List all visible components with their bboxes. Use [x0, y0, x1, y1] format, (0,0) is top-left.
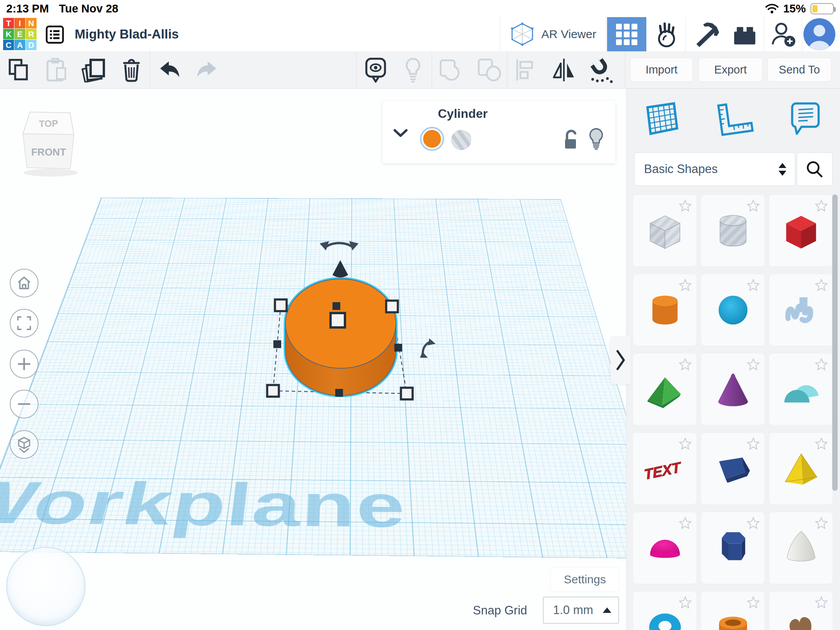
hide-lightbulb-icon[interactable]	[588, 128, 604, 150]
3d-viewport[interactable]: Workplane TOP FRONT	[0, 89, 626, 630]
shape-tile-cylinder[interactable]	[633, 274, 697, 346]
snap-grid-select[interactable]: 1.0 mm	[543, 597, 619, 624]
ruler-tool-icon[interactable]	[715, 101, 754, 138]
duplicate-button[interactable]	[81, 51, 106, 88]
search-shapes-button[interactable]	[797, 152, 833, 186]
color-swatch-selected[interactable]	[422, 128, 443, 149]
paste-button-disabled[interactable]	[44, 51, 68, 88]
grid-view-button-active[interactable]	[607, 17, 646, 51]
shape-tile-box-hole[interactable]	[633, 194, 697, 267]
favorite-star-icon[interactable]	[814, 357, 829, 372]
magnet-snap-button[interactable]	[587, 51, 614, 88]
favorite-star-icon[interactable]	[746, 357, 761, 372]
logo-letter: C	[3, 40, 14, 50]
minecraft-pickaxe-button[interactable]	[688, 17, 725, 51]
favorite-star-icon[interactable]	[814, 199, 829, 214]
notes-tool-icon[interactable]	[790, 101, 821, 137]
wifi-icon	[765, 4, 779, 14]
raise-handle[interactable]	[332, 260, 348, 278]
favorite-star-icon[interactable]	[678, 278, 693, 293]
favorite-star-icon[interactable]	[678, 595, 693, 610]
shape-tile-wedge[interactable]	[701, 432, 765, 505]
ungroup-button-disabled[interactable]	[477, 51, 502, 88]
search-icon	[806, 160, 824, 178]
logo-letter: A	[14, 40, 25, 50]
design-title[interactable]: Mighty Blad-Allis	[75, 17, 179, 51]
shape-tile-paraboloid[interactable]	[769, 512, 833, 584]
import-button[interactable]: Import	[630, 58, 693, 82]
shape-category-select[interactable]: Basic Shapes	[634, 152, 795, 186]
favorite-star-icon[interactable]	[814, 516, 829, 531]
design-properties-icon[interactable]	[45, 25, 65, 44]
shape-tile-box[interactable]	[769, 194, 833, 267]
favorite-star-icon[interactable]	[746, 437, 761, 452]
align-button-disabled[interactable]	[513, 51, 538, 88]
workplane-tool-icon[interactable]	[644, 101, 679, 138]
redo-button-disabled[interactable]	[194, 51, 219, 88]
shape-tile-cylinder-hole[interactable]	[701, 194, 765, 267]
ar-cube-icon	[509, 21, 535, 47]
shape-category-value: Basic Shapes	[635, 162, 779, 176]
rotate-handle-side[interactable]	[420, 338, 436, 358]
collapse-inspector-icon[interactable]	[393, 128, 408, 138]
snap-grid-value: 1.0 mm	[544, 603, 603, 617]
favorite-star-icon[interactable]	[746, 516, 761, 531]
group-button-disabled[interactable]	[439, 51, 464, 88]
logo-letter: T	[3, 18, 14, 28]
lego-brick-button[interactable]	[726, 17, 763, 51]
favorite-star-icon[interactable]	[678, 516, 693, 531]
height-handle[interactable]	[331, 313, 345, 327]
divider	[802, 17, 802, 51]
battery-icon	[810, 3, 834, 14]
favorite-star-icon[interactable]	[746, 278, 761, 293]
divider	[764, 17, 764, 51]
divider	[507, 51, 508, 88]
shape-tile-half-sphere[interactable]	[633, 512, 697, 584]
hand-tool-button[interactable]	[647, 17, 684, 51]
orbit-control[interactable]	[6, 547, 86, 626]
send-to-button[interactable]: Send To	[767, 58, 831, 82]
shape-tile-roof[interactable]	[633, 353, 697, 425]
dropup-arrow-icon	[603, 607, 611, 613]
shape-tile-torus[interactable]	[633, 591, 697, 630]
tinkercad-logo[interactable]: T I N K E R C A D	[3, 18, 37, 51]
shape-tile-text[interactable]: TEXT	[633, 432, 697, 505]
cylinder-object[interactable]	[285, 279, 396, 396]
export-button[interactable]: Export	[698, 58, 763, 82]
shape-tile-polygon[interactable]	[701, 512, 765, 584]
logo-letter: K	[3, 29, 14, 39]
shape-tile-cone[interactable]	[701, 353, 765, 425]
logo-letter: E	[14, 29, 25, 39]
rotate-handle-top[interactable]	[320, 241, 359, 250]
favorite-star-icon[interactable]	[746, 199, 761, 214]
add-collaborator-button[interactable]	[765, 17, 802, 51]
favorite-star-icon[interactable]	[814, 595, 829, 610]
unlock-icon[interactable]	[562, 129, 580, 151]
favorite-star-icon[interactable]	[746, 595, 761, 610]
logo-letter: I	[14, 18, 25, 28]
shape-tile-heart[interactable]	[769, 591, 833, 630]
undo-button[interactable]	[157, 51, 182, 88]
shape-tile-pyramid[interactable]	[769, 432, 833, 505]
status-date: Tue Nov 28	[59, 2, 119, 15]
copy-button[interactable]	[7, 51, 31, 88]
collapse-panel-tab[interactable]	[611, 336, 631, 384]
mirror-button[interactable]	[551, 51, 577, 88]
light-mode-button-disabled[interactable]	[401, 51, 425, 88]
delete-button[interactable]	[120, 51, 143, 88]
favorite-star-icon[interactable]	[678, 437, 693, 452]
show-all-button[interactable]	[363, 51, 388, 88]
panel-scrollbar[interactable]	[832, 194, 838, 491]
shape-tile-scribble[interactable]	[769, 274, 833, 346]
hole-material-swatch[interactable]	[451, 130, 471, 150]
shape-tile-round-roof[interactable]	[769, 353, 833, 425]
favorite-star-icon[interactable]	[814, 437, 829, 452]
favorite-star-icon[interactable]	[678, 199, 693, 214]
favorite-star-icon[interactable]	[814, 278, 829, 293]
shape-tile-tube[interactable]	[701, 591, 765, 630]
favorite-star-icon[interactable]	[678, 357, 693, 372]
shape-tile-sphere[interactable]	[701, 274, 765, 346]
user-avatar[interactable]	[803, 18, 835, 50]
settings-button[interactable]: Settings	[550, 567, 620, 592]
ar-viewer-button[interactable]: AR Viewer	[504, 17, 602, 51]
